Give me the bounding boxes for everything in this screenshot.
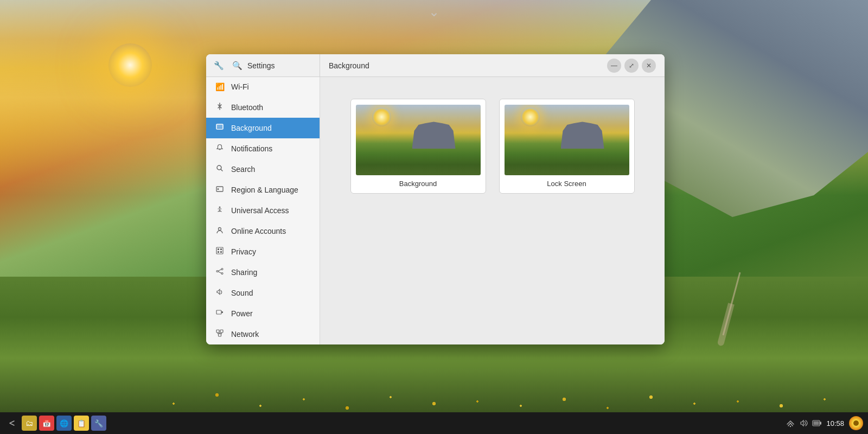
svg-rect-18 — [220, 330, 223, 333]
svg-point-6 — [219, 228, 221, 231]
sidebar-item-region[interactable]: Region & Language — [206, 180, 320, 200]
sidebar-item-search[interactable]: Search — [206, 159, 320, 180]
power-icon — [215, 309, 225, 318]
minimize-button[interactable]: — — [607, 59, 621, 73]
settings-label: Settings — [247, 61, 275, 70]
sidebar-item-background[interactable]: Background — [206, 118, 320, 138]
region-icon — [215, 185, 225, 194]
wallpaper-label-lock-screen: Lock Screen — [547, 180, 586, 188]
sidebar-item-bluetooth[interactable]: Bluetooth — [206, 97, 320, 118]
notes-icon[interactable]: 📋 — [74, 416, 89, 431]
sidebar-label-network: Network — [231, 330, 259, 339]
sidebar-label-power: Power — [231, 309, 253, 318]
title-bar-right: Background — ⤢ ✕ — [320, 59, 665, 73]
title-bar: 🔧 🔍 Settings Background — ⤢ ✕ — [206, 54, 665, 77]
volume-tray-icon[interactable] — [799, 419, 808, 427]
svg-rect-17 — [216, 330, 219, 333]
svg-point-12 — [216, 271, 218, 272]
wallpaper-card-lock-screen[interactable]: Lock Screen — [499, 99, 635, 194]
settings-window: 🔧 🔍 Settings Background — ⤢ ✕ 📶 Wi-Fi — [206, 54, 665, 344]
wallpaper-card-background[interactable]: Background — [350, 99, 486, 194]
wallpaper-options: Background Lock Screen — [350, 99, 635, 194]
window-controls: — ⤢ ✕ — [607, 59, 656, 73]
sidebar-label-online-accounts: Online Accounts — [231, 227, 286, 235]
svg-point-14 — [221, 273, 223, 275]
svg-rect-23 — [814, 422, 819, 425]
svg-rect-8 — [218, 248, 219, 250]
sidebar-item-privacy[interactable]: Privacy — [206, 241, 320, 262]
landscape-thumbnail-background — [356, 105, 481, 175]
svg-point-4 — [218, 188, 219, 190]
sun-decoration — [108, 43, 152, 87]
sidebar-item-power[interactable]: Power — [206, 303, 320, 324]
manager-icon[interactable]: 🔧 — [91, 416, 106, 431]
close-button[interactable]: ✕ — [642, 59, 656, 73]
wallpaper-preview-background — [356, 105, 481, 175]
battery-tray-icon[interactable] — [812, 419, 822, 427]
svg-rect-7 — [216, 247, 223, 254]
window-title: Background — [329, 61, 369, 70]
landscape-thumbnail-lock-screen — [505, 105, 629, 175]
sidebar-item-sound[interactable]: Sound — [206, 283, 320, 303]
svg-point-5 — [219, 207, 221, 208]
universal-access-icon — [215, 206, 225, 215]
network-icon — [215, 329, 225, 339]
clock: 10:58 — [826, 419, 844, 427]
maximize-button[interactable]: ⤢ — [624, 59, 639, 73]
svg-point-20 — [790, 426, 791, 427]
wallpaper-preview-lock-screen — [505, 105, 629, 175]
sidebar-item-network[interactable]: Network — [206, 324, 320, 344]
sidebar-label-notifications: Notifications — [231, 144, 272, 153]
taskbar: 🗂 📅 🌐 📋 🔧 — [0, 412, 868, 434]
background-icon — [215, 123, 225, 132]
search-icon — [215, 164, 225, 174]
taskbar-right: 10:58 — [786, 416, 864, 431]
calendar-icon[interactable]: 📅 — [39, 416, 54, 431]
top-chevron-icon[interactable]: ⌄ — [429, 4, 439, 20]
svg-rect-16 — [221, 311, 223, 313]
sound-icon — [215, 288, 225, 297]
svg-rect-22 — [820, 422, 821, 425]
sidebar-label-search: Search — [231, 165, 255, 174]
title-bar-left: 🔧 🔍 Settings — [206, 54, 320, 76]
sidebar-item-notifications[interactable]: Notifications — [206, 138, 320, 159]
network-tray-icon[interactable] — [786, 419, 795, 427]
flowers-decoration — [0, 369, 868, 412]
sidebar-label-sound: Sound — [231, 289, 253, 297]
sidebar-label-region: Region & Language — [231, 186, 298, 194]
notifications-icon — [215, 144, 225, 153]
sidebar-label-wifi: Wi-Fi — [231, 82, 249, 91]
svg-rect-9 — [220, 248, 222, 250]
sidebar-item-wifi[interactable]: 📶 Wi-Fi — [206, 77, 320, 97]
sidebar-label-sharing: Sharing — [231, 268, 257, 277]
taskbar-left: 🗂 📅 🌐 📋 🔧 — [4, 416, 106, 431]
online-accounts-icon — [215, 226, 225, 235]
svg-rect-1 — [216, 124, 223, 128]
sunflower-icon[interactable] — [848, 416, 864, 431]
svg-rect-19 — [219, 334, 221, 336]
sidebar-item-sharing[interactable]: Sharing — [206, 262, 320, 283]
svg-rect-15 — [216, 310, 221, 314]
svg-point-13 — [221, 269, 223, 270]
settings-wrench-button[interactable]: 🔧 — [210, 58, 227, 74]
sidebar: 📶 Wi-Fi Bluetooth Backgrou — [206, 77, 320, 344]
sidebar-label-background: Background — [231, 124, 272, 132]
sidebar-item-online-accounts[interactable]: Online Accounts — [206, 221, 320, 241]
bluetooth-icon — [215, 103, 225, 112]
content-area: Background Lock Screen — [320, 77, 665, 344]
apps-grid-icon[interactable] — [4, 416, 20, 431]
settings-search-button[interactable]: 🔍 — [229, 58, 245, 74]
svg-rect-11 — [220, 251, 222, 253]
files-icon[interactable]: 🗂 — [22, 416, 37, 431]
wifi-icon: 📶 — [215, 82, 225, 91]
wallpaper-label-background: Background — [399, 180, 437, 188]
privacy-icon — [215, 247, 225, 256]
sharing-icon — [215, 267, 225, 277]
window-body: 📶 Wi-Fi Bluetooth Backgrou — [206, 77, 665, 344]
browser-icon[interactable]: 🌐 — [56, 416, 72, 431]
sidebar-label-privacy: Privacy — [231, 247, 256, 256]
sidebar-label-universal-access: Universal Access — [231, 206, 289, 215]
sidebar-label-bluetooth: Bluetooth — [231, 103, 263, 112]
svg-rect-10 — [218, 251, 219, 253]
sidebar-item-universal-access[interactable]: Universal Access — [206, 200, 320, 221]
